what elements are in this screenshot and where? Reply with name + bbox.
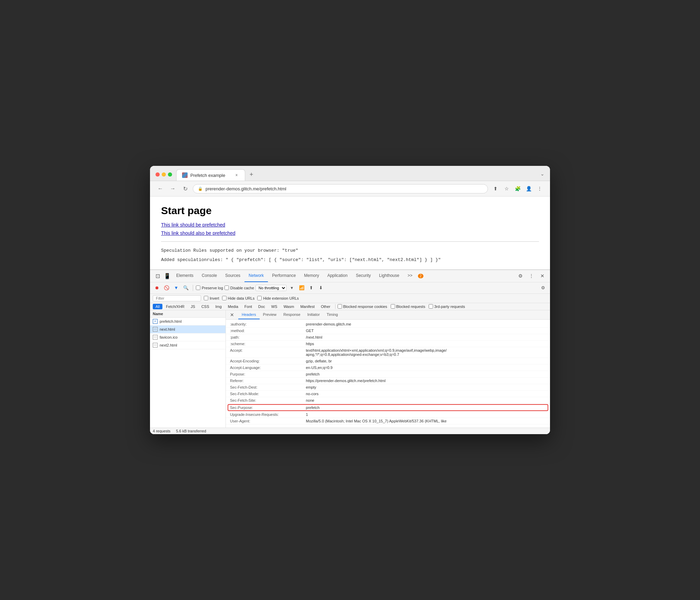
- refresh-button[interactable]: ↻: [180, 184, 190, 193]
- hide-extension-urls-checkbox[interactable]: [257, 296, 262, 300]
- hide-data-urls-checkbox[interactable]: [222, 296, 227, 300]
- blocked-requests-checkbox[interactable]: [391, 304, 395, 309]
- tab-network[interactable]: Network: [244, 270, 268, 282]
- url-bar[interactable]: 🔒 prerender-demos.glitch.me/prefetch.htm…: [193, 184, 488, 193]
- header-value: text/html,application/xhtml+xml,applicat…: [306, 348, 546, 357]
- header-name: Sec-Fetch-Site:: [230, 398, 306, 402]
- record-button[interactable]: ⏺: [153, 284, 161, 292]
- type-all-button[interactable]: All: [153, 304, 162, 309]
- filter-button[interactable]: ▼: [172, 284, 180, 292]
- tab-elements[interactable]: Elements: [172, 270, 198, 282]
- active-tab[interactable]: Prefetch example ×: [176, 169, 245, 181]
- tab-preview[interactable]: Preview: [260, 310, 280, 319]
- upload-icon[interactable]: ⬆: [307, 284, 316, 292]
- type-fetch-xhr-button[interactable]: Fetch/XHR: [163, 304, 187, 309]
- filter-input[interactable]: [153, 295, 201, 301]
- extensions-icon[interactable]: 🧩: [513, 184, 522, 193]
- tab-response[interactable]: Response: [280, 310, 304, 319]
- tab-lighthouse[interactable]: Lighthouse: [375, 270, 403, 282]
- download-icon[interactable]: ⬇: [317, 284, 325, 292]
- minimize-traffic-light[interactable]: [162, 172, 166, 177]
- clear-button[interactable]: 🚫: [162, 284, 171, 292]
- network-settings-icon[interactable]: ⚙: [539, 284, 547, 292]
- close-traffic-light[interactable]: [156, 172, 160, 177]
- tab-headers[interactable]: Headers: [238, 310, 260, 319]
- tab-memory[interactable]: Memory: [300, 270, 323, 282]
- tab-sources[interactable]: Sources: [221, 270, 244, 282]
- back-button[interactable]: ←: [156, 184, 165, 193]
- url-text: prerender-demos.glitch.me/prefetch.html: [206, 186, 286, 191]
- requests-count: 4 requests: [153, 429, 170, 433]
- tab-close-button[interactable]: ×: [234, 172, 239, 178]
- devtools-device-icon[interactable]: 📱: [162, 271, 172, 281]
- devtools-close-icon[interactable]: ✕: [538, 271, 547, 281]
- invert-checkbox[interactable]: [204, 296, 208, 300]
- tab-overflow-button[interactable]: ⌄: [540, 171, 544, 181]
- headers-panel-close[interactable]: ✕: [229, 311, 236, 318]
- preserve-log-label[interactable]: Preserve log: [196, 286, 223, 290]
- page-title: Start page: [161, 205, 539, 217]
- tab-timing[interactable]: Timing: [323, 310, 341, 319]
- header-name: Referer:: [230, 379, 306, 383]
- status-bar: 4 requests 5.6 kB transferred: [150, 428, 550, 434]
- invert-label[interactable]: Invert: [204, 296, 219, 300]
- third-party-checkbox[interactable]: [429, 304, 433, 309]
- table-row[interactable]: □ next2.html: [150, 341, 226, 349]
- table-row[interactable]: ≡ prefetch.html: [150, 318, 226, 326]
- tab-application[interactable]: Application: [323, 270, 352, 282]
- blocked-response-cookies-label[interactable]: Blocked response cookies: [338, 304, 387, 309]
- browser-window: Prefetch example × + ⌄ ← → ↻ 🔒 prerender…: [150, 166, 550, 434]
- file-name: prefetch.html: [160, 319, 182, 323]
- transferred-size: 5.6 kB transferred: [176, 429, 206, 433]
- type-doc-button[interactable]: Doc: [256, 304, 268, 309]
- tab-performance[interactable]: Performance: [268, 270, 300, 282]
- profile-icon[interactable]: 👤: [524, 184, 533, 193]
- table-row[interactable]: □ favicon.ico: [150, 333, 226, 341]
- preserve-log-checkbox[interactable]: [196, 286, 200, 290]
- new-tab-button[interactable]: +: [247, 170, 256, 179]
- devtools-panel: ⊡ 📱 Elements Console Sources Network Per…: [150, 270, 550, 434]
- tab-more[interactable]: >>: [403, 270, 417, 282]
- prefetch-link-1[interactable]: This link should be prefetched: [161, 222, 539, 228]
- type-media-button[interactable]: Media: [225, 304, 241, 309]
- blocked-requests-label[interactable]: Blocked requests: [391, 304, 425, 309]
- search-button[interactable]: 🔍: [182, 284, 190, 292]
- header-name: Sec-Purpose:: [230, 406, 306, 410]
- hide-extension-urls-label[interactable]: Hide extension URLs: [257, 296, 299, 300]
- devtools-more-icon[interactable]: ⋮: [527, 271, 536, 281]
- tab-security[interactable]: Security: [352, 270, 375, 282]
- forward-button[interactable]: →: [168, 184, 178, 193]
- wifi-icon[interactable]: 📶: [298, 284, 306, 292]
- hide-data-urls-label[interactable]: Hide data URLs: [222, 296, 255, 300]
- filter-bar: Invert Hide data URLs Hide extension URL…: [150, 294, 550, 303]
- header-row-upgrade: Upgrade-Insecure-Requests: 1: [226, 411, 550, 418]
- bookmark-icon[interactable]: ☆: [502, 184, 511, 193]
- tab-initiator[interactable]: Initiator: [304, 310, 323, 319]
- maximize-traffic-light[interactable]: [168, 172, 172, 177]
- type-font-button[interactable]: Font: [242, 304, 255, 309]
- header-row-method: :method: GET: [226, 328, 550, 334]
- address-bar: ← → ↻ 🔒 prerender-demos.glitch.me/prefet…: [150, 181, 550, 197]
- throttling-dropdown-icon[interactable]: ▾: [288, 284, 296, 292]
- disable-cache-label[interactable]: Disable cache: [224, 286, 254, 290]
- type-wasm-button[interactable]: Wasm: [281, 304, 297, 309]
- prefetch-link-2[interactable]: This link should also be prefetched: [161, 230, 539, 236]
- third-party-label[interactable]: 3rd-party requests: [429, 304, 465, 309]
- header-value: Mozilla/5.0 (Macintosh; Intel Mac OS X 1…: [306, 419, 546, 423]
- blocked-response-cookies-checkbox[interactable]: [338, 304, 342, 309]
- share-icon[interactable]: ⬆: [491, 184, 500, 193]
- type-js-button[interactable]: JS: [188, 304, 198, 309]
- menu-icon[interactable]: ⋮: [535, 184, 544, 193]
- type-other-button[interactable]: Other: [318, 304, 333, 309]
- type-manifest-button[interactable]: Manifest: [298, 304, 318, 309]
- type-img-button[interactable]: Img: [213, 304, 224, 309]
- tab-title: Prefetch example: [190, 173, 231, 178]
- disable-cache-checkbox[interactable]: [224, 286, 229, 290]
- type-ws-button[interactable]: WS: [268, 304, 280, 309]
- devtools-settings-icon[interactable]: ⚙: [516, 271, 525, 281]
- tab-console[interactable]: Console: [198, 270, 221, 282]
- devtools-inspect-icon[interactable]: ⊡: [153, 271, 162, 281]
- table-row[interactable]: □ next.html: [150, 326, 226, 333]
- type-css-button[interactable]: CSS: [199, 304, 212, 309]
- throttling-select[interactable]: No throttling: [256, 285, 287, 291]
